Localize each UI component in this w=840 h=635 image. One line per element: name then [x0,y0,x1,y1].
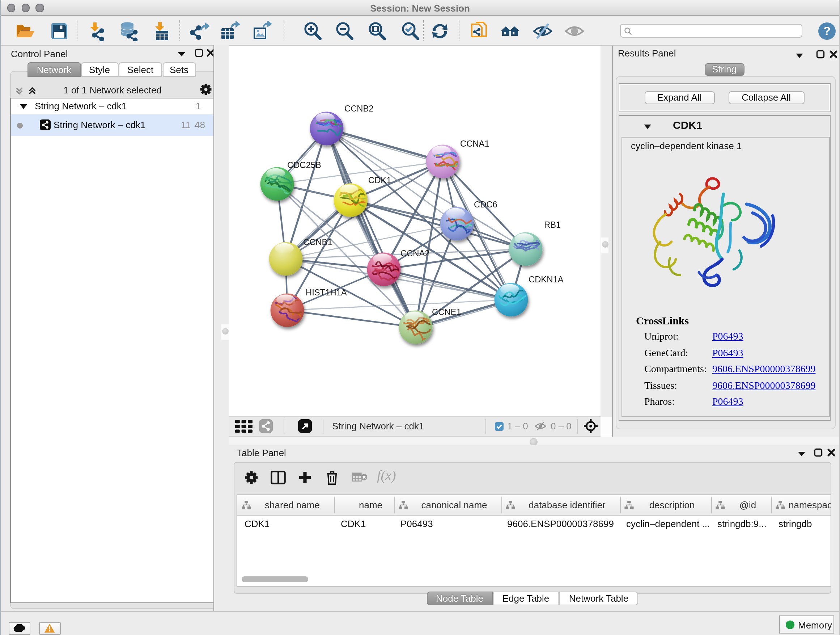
svg-text:CDC25B: CDC25B [287,160,321,170]
svg-text:?: ? [823,24,831,38]
svg-text:CDC6: CDC6 [474,200,497,209]
svg-text:CCNB2: CCNB2 [344,103,374,113]
svg-text:RB1: RB1 [544,220,561,230]
svg-text:CDKN1A: CDKN1A [529,274,564,284]
svg-text:CCNE1: CCNE1 [432,307,461,317]
svg-text:CCNA1: CCNA1 [460,139,489,149]
svg-text:CCNB1: CCNB1 [303,237,332,247]
svg-text:CCNA2: CCNA2 [401,249,430,258]
svg-text:CDK1: CDK1 [368,175,391,185]
svg-text:HIST1H1A: HIST1H1A [306,287,347,297]
